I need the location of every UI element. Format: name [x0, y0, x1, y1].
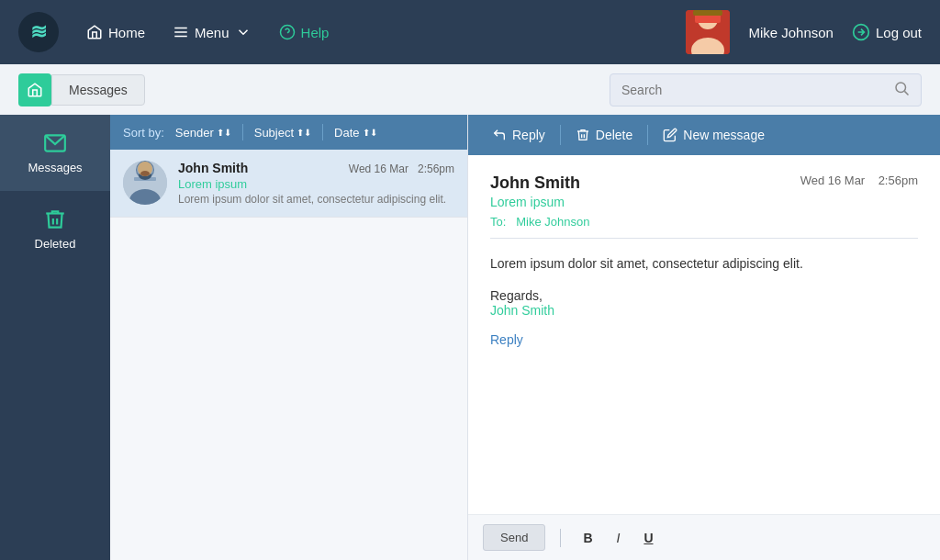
message-view-content: John Smith Lorem ipsum Wed 16 Mar 2:56pm… [468, 155, 940, 514]
sidebar-deleted-label: Deleted [35, 237, 76, 251]
message-list-panel: Sort by: Sender ⬆⬇ Subject ⬆⬇ Date ⬆⬇ [110, 115, 468, 560]
sidebar-messages-label: Messages [28, 161, 82, 174]
message-preview: Lorem ipsum dolor sit amet, consectetur … [178, 193, 454, 206]
breadcrumb-page[interactable]: Messages [51, 74, 145, 106]
sort-label: Sort by: [123, 126, 164, 140]
regards-line1: Regards, [490, 288, 918, 303]
sort-subject-label: Subject [254, 126, 294, 140]
message-avatar [123, 161, 167, 205]
avatar [686, 10, 730, 54]
search-icon [893, 80, 910, 100]
svg-rect-9 [693, 10, 722, 16]
message-view-meta: John Smith Lorem ipsum Wed 16 Mar 2:56pm [490, 174, 918, 209]
trash-icon [43, 207, 67, 231]
sort-sender-label: Sender [175, 126, 214, 140]
message-view-to: To: Mike Johnson [490, 215, 918, 229]
nav-right: Mike Johnson Log out [686, 10, 922, 54]
table-row[interactable]: John Smith Wed 16 Mar 2:56pm Lorem ipsum… [110, 150, 467, 218]
sort-divider-2 [322, 124, 323, 140]
breadcrumb-bar: Messages [0, 64, 940, 115]
sidebar: Messages Deleted [0, 115, 110, 560]
underline-button[interactable]: U [636, 527, 660, 549]
new-message-button[interactable]: New message [654, 124, 774, 146]
top-nav: ≋ Home Menu Help [0, 0, 940, 64]
sort-subject-button[interactable]: Subject ⬆⬇ [254, 126, 311, 140]
send-button[interactable]: Send [483, 524, 545, 551]
message-divider [490, 238, 918, 239]
main-area: Messages Deleted Sort by: Sender ⬆⬇ Subj… [0, 115, 940, 560]
message-header-row: John Smith Wed 16 Mar 2:56pm [178, 161, 454, 175]
help-nav-item[interactable]: Help [279, 24, 330, 40]
sort-sender-button[interactable]: Sender ⬆⬇ [175, 126, 231, 140]
message-view-regards: Regards, John Smith [490, 288, 918, 318]
sidebar-item-messages[interactable]: Messages [0, 115, 110, 191]
italic-button[interactable]: I [610, 527, 628, 549]
messages-icon [43, 131, 67, 155]
sort-date-label: Date [334, 126, 359, 140]
message-subject: Lorem ipsum [178, 177, 454, 191]
reply-button[interactable]: Reply [483, 124, 554, 146]
help-icon [279, 24, 296, 40]
reply-icon [492, 128, 507, 142]
reply-link[interactable]: Reply [490, 332, 523, 347]
reply-bar: Send B I U [468, 514, 940, 560]
svg-point-11 [896, 83, 906, 93]
sort-date-button[interactable]: Date ⬆⬇ [334, 126, 376, 140]
search-box [610, 73, 922, 106]
new-message-label: New message [683, 128, 765, 142]
sidebar-item-deleted[interactable]: Deleted [0, 191, 110, 267]
help-label: Help [301, 25, 330, 40]
logout-icon [852, 23, 870, 41]
logo: ≋ [18, 12, 59, 52]
delete-icon [576, 128, 590, 142]
menu-icon [173, 24, 189, 40]
search-input[interactable] [621, 83, 893, 97]
logout-label: Log out [876, 25, 922, 40]
toolbar-divider-1 [560, 125, 561, 145]
format-divider [560, 529, 561, 547]
sort-subject-arrows: ⬆⬇ [297, 128, 311, 138]
regards-name: John Smith [490, 303, 918, 318]
message-content: John Smith Wed 16 Mar 2:56pm Lorem ipsum… [178, 161, 454, 206]
sort-divider-1 [242, 124, 243, 140]
body-text: Lorem ipsum dolor sit amet, consectetur … [490, 256, 803, 271]
user-name: Mike Johnson [748, 25, 834, 40]
home-nav-item[interactable]: Home [86, 24, 145, 40]
toolbar-divider-2 [647, 125, 648, 145]
delete-button[interactable]: Delete [566, 124, 642, 146]
delete-label: Delete [596, 128, 632, 142]
message-avatar-image [123, 161, 167, 205]
svg-point-21 [140, 171, 150, 176]
logout-button[interactable]: Log out [852, 23, 922, 41]
message-view-toolbar: Reply Delete New message [468, 115, 940, 155]
svg-line-12 [904, 91, 908, 95]
logo-icon: ≋ [30, 20, 47, 44]
breadcrumb-home-icon [27, 82, 43, 98]
to-label: To: [490, 215, 506, 229]
message-view-subject: Lorem ipsum [490, 195, 580, 209]
sort-sender-arrows: ⬆⬇ [217, 128, 231, 138]
reply-label: Reply [512, 128, 545, 142]
bold-button[interactable]: B [576, 527, 599, 549]
message-view-date: Wed 16 Mar 2:56pm [800, 174, 918, 187]
message-sender: John Smith [178, 161, 248, 175]
message-view-body: Lorem ipsum dolor sit amet, consectetur … [490, 253, 918, 274]
breadcrumb-home-button[interactable] [18, 73, 51, 106]
message-list-header: Sort by: Sender ⬆⬇ Subject ⬆⬇ Date ⬆⬇ [110, 115, 467, 150]
home-icon [86, 24, 103, 40]
message-view-panel: Reply Delete New message [468, 115, 940, 560]
message-view-sender: John Smith [490, 174, 580, 193]
new-message-icon [663, 128, 677, 142]
home-label: Home [108, 25, 145, 40]
sort-date-arrows: ⬆⬇ [363, 128, 377, 138]
message-view-sender-block: John Smith Lorem ipsum [490, 174, 580, 209]
message-date: Wed 16 Mar 2:56pm [349, 162, 454, 175]
avatar-image [686, 10, 730, 54]
to-name: Mike Johnson [516, 215, 589, 229]
chevron-down-icon [235, 24, 252, 40]
menu-nav-item[interactable]: Menu [173, 24, 252, 40]
menu-label: Menu [195, 25, 229, 40]
